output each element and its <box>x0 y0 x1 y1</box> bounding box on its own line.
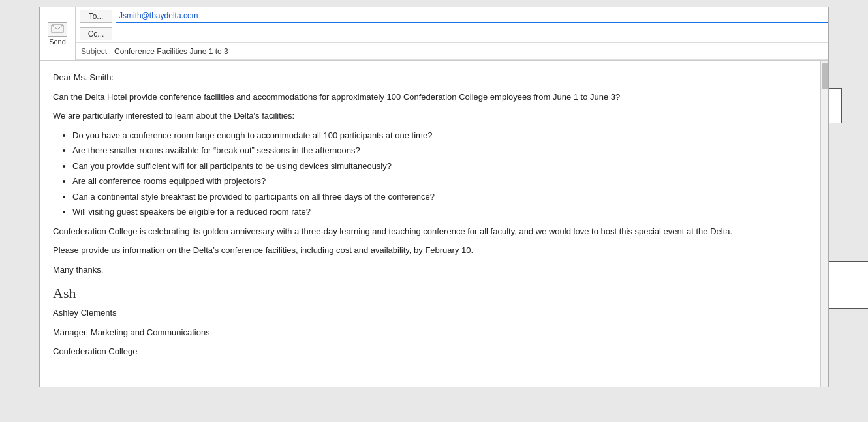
signer-name: Ashley Clements <box>53 307 815 320</box>
email-client: Send To... Cc... <box>39 7 829 387</box>
email-header: Send To... Cc... <box>40 7 828 61</box>
to-button[interactable]: To... <box>80 10 112 23</box>
send-area: Send <box>40 7 76 60</box>
outer-wrapper: Subject line clearly states the nature o… <box>0 0 868 422</box>
salutation: Dear Ms. Smith: <box>53 71 815 84</box>
email-body: Dear Ms. Smith: Can the Delta Hotel prov… <box>40 61 828 387</box>
signer-org: Confederation College <box>53 345 815 358</box>
bullet-item-5: Can a continental style breakfast be pro… <box>72 190 815 203</box>
bullet-list: Do you have a conference room large enou… <box>72 129 815 219</box>
send-label[interactable]: Send <box>49 38 66 46</box>
intro-list: We are particularly interested to learn … <box>53 110 815 123</box>
scrollbar-thumb[interactable] <box>822 63 828 89</box>
bullet-item-2: Are there smaller rooms available for “b… <box>72 144 815 157</box>
sign-off: Many thanks, <box>53 264 815 277</box>
to-row: To... <box>76 7 828 25</box>
to-input[interactable] <box>116 10 828 23</box>
bullet-item-6: Will visiting guest speakers be eligible… <box>72 205 815 219</box>
subject-input[interactable] <box>112 46 828 57</box>
send-icon-box <box>48 22 67 37</box>
svg-line-2 <box>57 25 63 29</box>
signer-title: Manager, Marketing and Communications <box>53 326 815 339</box>
signature-script: Ash <box>53 282 815 304</box>
svg-line-1 <box>52 25 57 29</box>
reason-paragraph: Confederation College is celebrating its… <box>53 225 815 238</box>
cc-button[interactable]: Cc... <box>80 27 112 40</box>
closing-request: Please provide us information on the Del… <box>53 244 815 257</box>
subject-label: Subject <box>76 46 112 57</box>
bullet-item-3: Can you provide sufficient wifi for all … <box>72 160 815 173</box>
bullet-item-4: Are all conference rooms equipped with p… <box>72 175 815 188</box>
subject-row: Subject <box>76 43 828 60</box>
cc-row: Cc... <box>76 25 828 43</box>
opening-question: Can the Delta Hotel provide conference f… <box>53 91 815 104</box>
bullet-item-1: Do you have a conference room large enou… <box>72 129 815 142</box>
scrollbar[interactable] <box>820 61 828 387</box>
cc-input[interactable] <box>116 28 828 40</box>
